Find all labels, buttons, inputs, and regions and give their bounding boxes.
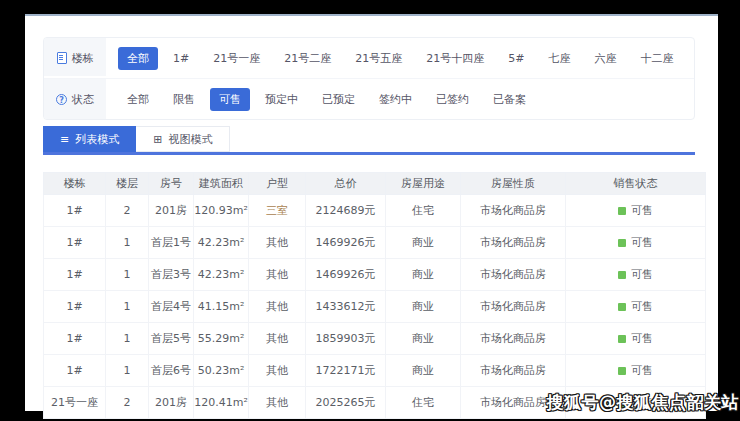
table-cell: 住宅 (386, 195, 461, 227)
filter-option[interactable]: 全部 (118, 88, 158, 111)
table-cell: 商业 (386, 291, 461, 323)
document-icon (57, 52, 67, 64)
table-cell: 1# (44, 323, 106, 355)
listing-table: 楼栋楼层房号建筑面积户型总价房屋用途房屋性质销售状态 1#2201房120.93… (43, 172, 706, 419)
table-cell: 21号一座 (44, 387, 106, 419)
table-cell: 41.15m² (194, 291, 249, 323)
filter-option[interactable]: 限售 (164, 88, 204, 111)
table-cell: 1 (106, 259, 149, 291)
status-label: 可售 (631, 268, 653, 281)
mode-tabs: ≡ 列表模式 ⊞ 视图模式 (43, 126, 230, 152)
filter-options: 全部1#21号一座21号二座21号五座21号十四座5#七座六座十二座 (106, 38, 694, 78)
status-cell: 可售 (566, 355, 706, 387)
filter-option[interactable]: 可售 (210, 88, 250, 111)
filter-option[interactable]: 1# (164, 48, 198, 69)
status-label: 可售 (631, 204, 653, 217)
table-cell: 1# (44, 227, 106, 259)
table-cell: 商业 (386, 259, 461, 291)
watermark: 搜狐号@搜狐焦点韶关站 (547, 391, 740, 414)
table-row[interactable]: 1#1首层3号42.23m²其他1469926元商业市场化商品房可售 (44, 259, 706, 291)
status-square-icon (618, 335, 626, 343)
filter-option[interactable]: 全部 (118, 47, 158, 70)
status-cell: 可售 (566, 195, 706, 227)
filter-option[interactable]: 六座 (585, 47, 625, 70)
column-header: 销售状态 (566, 173, 706, 195)
list-icon: ≡ (60, 134, 69, 145)
tab-view-mode[interactable]: ⊞ 视图模式 (136, 126, 230, 152)
table-row[interactable]: 1#2201房120.93m²三室2124689元住宅市场化商品房可售 (44, 195, 706, 227)
table-cell: 住宅 (386, 387, 461, 419)
table-row[interactable]: 1#1首层1号42.23m²其他1469926元商业市场化商品房可售 (44, 227, 706, 259)
table-cell: 市场化商品房 (461, 355, 566, 387)
column-header: 房屋性质 (461, 173, 566, 195)
table-cell: 1# (44, 355, 106, 387)
filter-option[interactable]: 5# (499, 48, 533, 69)
filter-option[interactable]: 已签约 (427, 88, 478, 111)
content-panel: 楼栋 全部1#21号一座21号二座21号五座21号十四座5#七座六座十二座 ? … (25, 14, 718, 411)
table-cell: 商业 (386, 227, 461, 259)
filter-option[interactable]: 21号二座 (275, 47, 340, 70)
column-header: 房号 (149, 173, 194, 195)
table-cell: 其他 (249, 387, 306, 419)
table-cell: 201房 (149, 195, 194, 227)
status-cell: 可售 (566, 291, 706, 323)
status-square-icon (618, 367, 626, 375)
table-cell: 2025265元 (306, 387, 386, 419)
status-cell: 可售 (566, 227, 706, 259)
table-cell: 120.41m² (194, 387, 249, 419)
table-cell: 市场化商品房 (461, 323, 566, 355)
filter-option[interactable]: 预定中 (256, 88, 307, 111)
table-cell: 首层3号 (149, 259, 194, 291)
status-square-icon (618, 239, 626, 247)
table-row[interactable]: 1#1首层5号55.29m²其他1859903元商业市场化商品房可售 (44, 323, 706, 355)
table-row[interactable]: 1#1首层6号50.23m²其他1722171元商业市场化商品房可售 (44, 355, 706, 387)
tab-view-mode-label: 视图模式 (168, 132, 212, 147)
table-row[interactable]: 1#1首层4号41.15m²其他1433612元商业市场化商品房可售 (44, 291, 706, 323)
table-cell: 市场化商品房 (461, 259, 566, 291)
filter-option[interactable]: 十二座 (631, 47, 682, 70)
tab-list-mode-label: 列表模式 (75, 132, 119, 147)
table-cell: 其他 (249, 355, 306, 387)
table-body: 1#2201房120.93m²三室2124689元住宅市场化商品房可售1#1首层… (44, 195, 706, 419)
table-cell: 1722171元 (306, 355, 386, 387)
column-header: 楼栋 (44, 173, 106, 195)
table-cell: 1 (106, 323, 149, 355)
filter-option[interactable]: 21号十四座 (417, 47, 493, 70)
table-header-row: 楼栋楼层房号建筑面积户型总价房屋用途房屋性质销售状态 (44, 173, 706, 195)
table-cell: 50.23m² (194, 355, 249, 387)
table-cell: 市场化商品房 (461, 195, 566, 227)
status-label: 可售 (631, 300, 653, 313)
filter-option[interactable]: 已备案 (484, 88, 535, 111)
table-cell: 市场化商品房 (461, 227, 566, 259)
active-tab-underline (43, 152, 695, 155)
table-cell: 首层6号 (149, 355, 194, 387)
status-square-icon (618, 303, 626, 311)
table-cell: 1# (44, 291, 106, 323)
building-filter-label: 楼栋 (44, 38, 106, 78)
filter-option[interactable]: 21号一座 (204, 47, 269, 70)
status-square-icon (618, 271, 626, 279)
question-icon: ? (56, 94, 67, 105)
table-cell: 55.29m² (194, 323, 249, 355)
table-cell: 2124689元 (306, 195, 386, 227)
column-header: 户型 (249, 173, 306, 195)
table-cell: 商业 (386, 355, 461, 387)
filter-option[interactable]: 签约中 (370, 88, 421, 111)
table-cell: 1 (106, 227, 149, 259)
tab-list-mode[interactable]: ≡ 列表模式 (43, 126, 136, 152)
status-cell: 可售 (566, 323, 706, 355)
table-cell: 1 (106, 291, 149, 323)
status-filter-row: ? 状态 全部限售可售预定中已预定签约中已签约已备案 (44, 79, 694, 119)
status-square-icon (618, 207, 626, 215)
table-cell: 其他 (249, 259, 306, 291)
table-cell: 1469926元 (306, 227, 386, 259)
status-filter-label: ? 状态 (44, 79, 106, 119)
table-cell: 1433612元 (306, 291, 386, 323)
screenshot-root: 楼栋 全部1#21号一座21号二座21号五座21号十四座5#七座六座十二座 ? … (0, 0, 740, 421)
status-cell: 可售 (566, 259, 706, 291)
column-header: 建筑面积 (194, 173, 249, 195)
filter-option[interactable]: 七座 (539, 47, 579, 70)
filter-option[interactable]: 已预定 (313, 88, 364, 111)
filter-option[interactable]: 21号五座 (346, 47, 411, 70)
filter-options: 全部限售可售预定中已预定签约中已签约已备案 (106, 79, 694, 119)
